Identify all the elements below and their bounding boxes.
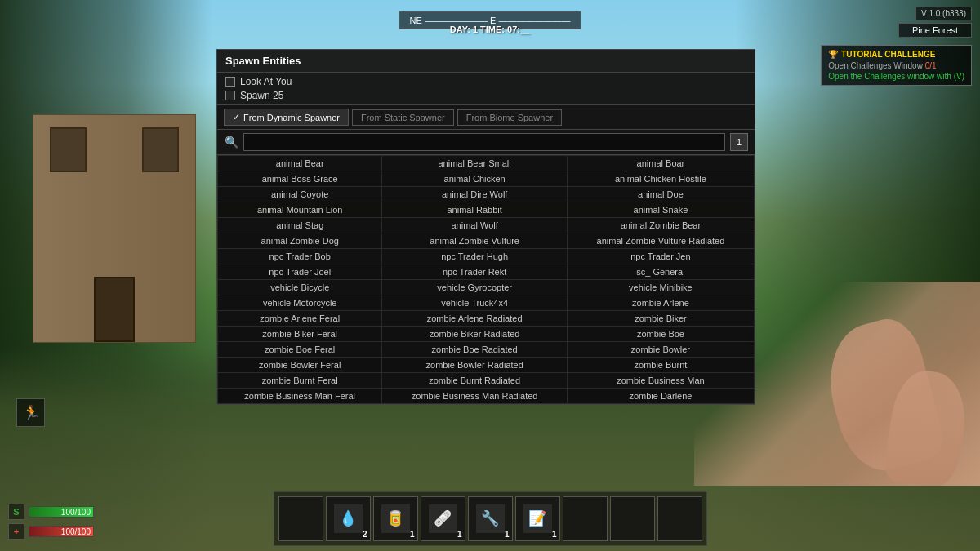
entity-cell[interactable]: animal Snake [567,202,754,218]
trophy-icon: 🏆 [828,50,838,59]
btn-dynamic-spawner[interactable]: ✓ From Dynamic Spawner [224,109,349,126]
option-look-at-you[interactable]: Look At You [225,76,746,87]
hotbar-slot[interactable]: 🔧1 [468,496,513,541]
entity-cell[interactable]: animal Dire Wolf [382,187,567,202]
entity-cell[interactable]: animal Mountain Lion [218,202,382,218]
table-row: zombie Bowler Feralzombie Bowler Radiate… [218,358,755,373]
table-row: zombie Arlene Feralzombie Arlene Radiate… [218,311,755,327]
hotbar-slot[interactable]: 💧2 [326,496,371,541]
entity-cell[interactable]: animal Chicken Hostile [567,171,754,187]
entity-cell[interactable]: zombie Arlene Feral [218,311,382,327]
status-bars: 🏃 S 100/100 + 100/100 [8,470,94,543]
table-row: animal Zombie Doganimal Zombie Vulturean… [218,233,755,249]
entity-cell[interactable]: animal Chicken [382,171,567,187]
version-badge: V 1.0 (b333) [915,7,972,20]
hotbar-slot[interactable]: 🥫1 [373,496,418,541]
entity-cell[interactable]: zombie Bowler [567,342,754,358]
entity-cell[interactable]: zombie Arlene Radiated [382,311,567,327]
entity-cell[interactable]: animal Coyote [218,187,382,202]
item-icon: 🩹 [429,504,457,533]
entity-cell[interactable]: npc Trader Joel [218,264,382,280]
entity-cell[interactable]: zombie Arlene [567,295,754,311]
checkbox-look-at-you[interactable] [225,77,235,87]
item-count: 2 [363,530,368,539]
entity-cell[interactable]: zombie Business Man [567,373,754,389]
entity-cell[interactable]: zombie Bowler Radiated [382,358,567,373]
house [33,114,196,343]
hotbar-slot[interactable]: 🩹1 [421,496,466,541]
entity-cell[interactable]: animal Bear [218,156,382,171]
table-row: zombie Biker Feralzombie Biker Radiatedz… [218,327,755,342]
entity-cell[interactable]: vehicle Motorcycle [218,295,382,311]
stamina-value: 100/100 [61,507,91,518]
spawn-panel-header: Spawn Entities [217,50,755,73]
search-icon: 🔍 [224,135,238,149]
option-spawn-25[interactable]: Spawn 25 [225,90,746,101]
entity-table: animal Bearanimal Bear Smallanimal Boara… [217,155,755,404]
entity-cell[interactable]: npc Trader Rekt [382,264,567,280]
entity-cell[interactable]: vehicle Gyrocopter [382,280,567,295]
table-row: vehicle Motorcyclevehicle Truck4x4zombie… [218,295,755,311]
health-bar-row: + 100/100 [8,523,94,540]
entity-cell[interactable]: zombie Biker Radiated [382,327,567,342]
entity-cell[interactable]: zombie Boe Feral [218,342,382,358]
tutorial-title: 🏆 TUTORIAL CHALLENGE [828,50,964,59]
hotbar-slot[interactable]: 📝1 [515,496,560,541]
btn-biome-label: From Biome Spawner [466,113,553,122]
hotbar-slot[interactable] [278,496,323,541]
entity-cell[interactable]: animal Zombie Vulture Radiated [567,233,754,249]
entity-cell[interactable]: zombie Biker Feral [218,327,382,342]
player-silhouette-icon: 🏃 [22,404,40,422]
hud-top: NE ——————— E ———————— [0,0,980,41]
item-count: 1 [505,530,510,539]
entity-cell[interactable]: animal Bear Small [382,156,567,171]
hotbar-slot[interactable] [610,496,655,541]
entity-cell[interactable]: zombie Boe Radiated [382,342,567,358]
search-input[interactable] [243,133,725,151]
checkbox-spawn-25[interactable] [225,91,235,100]
entity-cell[interactable]: zombie Burnt [567,358,754,373]
hotbar-slot[interactable] [657,496,702,541]
entity-cell[interactable]: vehicle Truck4x4 [382,295,567,311]
entity-cell[interactable]: npc Trader Hugh [382,249,567,264]
entity-cell[interactable]: zombie Bowler Feral [218,358,382,373]
entity-cell[interactable]: zombie Business Man Feral [218,389,382,404]
entity-cell[interactable]: vehicle Minibike [567,280,754,295]
btn-biome-spawner[interactable]: From Biome Spawner [457,109,562,126]
table-row: vehicle Bicyclevehicle Gyrocoptervehicle… [218,280,755,295]
spawn-panel: Spawn Entities Look At You Spawn 25 ✓ Fr… [216,49,755,405]
entity-cell[interactable]: zombie Burnt Feral [218,373,382,389]
entity-cell[interactable]: zombie Boe [567,327,754,342]
entity-cell[interactable]: animal Rabbit [382,202,567,218]
entity-cell[interactable]: npc Trader Bob [218,249,382,264]
item-icon: 💧 [334,504,363,533]
entity-cell[interactable]: vehicle Bicycle [218,280,382,295]
hotbar-slot[interactable] [563,496,608,541]
entity-cell[interactable]: animal Zombie Dog [218,233,382,249]
hotbar: 💧2🥫1🩹1🔧1📝1 [274,491,707,546]
entity-list-container[interactable]: animal Bearanimal Bear Smallanimal Boara… [217,155,755,404]
table-row: npc Trader Joelnpc Trader Rektsc_ Genera… [218,264,755,280]
btn-dynamic-label: From Dynamic Spawner [243,113,340,122]
entity-cell[interactable]: zombie Biker [567,311,754,327]
entity-cell[interactable]: sc_ General [567,264,754,280]
entity-cell[interactable]: animal Boar [567,156,754,171]
table-row: zombie Business Man Feralzombie Business… [218,389,755,404]
hud-bottom: 💧2🥫1🩹1🔧1📝1 [0,486,980,551]
entity-cell[interactable]: npc Trader Jen [567,249,754,264]
stamina-bar: 100/100 [29,506,94,518]
entity-cell[interactable]: zombie Business Man Radiated [382,389,567,404]
entity-cell[interactable]: animal Stag [218,218,382,233]
entity-cell[interactable]: animal Zombie Vulture [382,233,567,249]
health-bar: 100/100 [29,526,94,537]
entity-cell[interactable]: animal Zombie Bear [567,218,754,233]
btn-static-spawner[interactable]: From Static Spawner [352,109,454,126]
entity-cell[interactable]: animal Boss Grace [218,171,382,187]
entity-cell[interactable]: zombie Burnt Radiated [382,373,567,389]
table-row: animal Staganimal Wolfanimal Zombie Bear [218,218,755,233]
tutorial-item-2: Open the Challenges window with (V) [828,72,964,81]
entity-cell[interactable]: zombie Darlene [567,389,754,404]
entity-cell[interactable]: animal Wolf [382,218,567,233]
entity-cell[interactable]: animal Doe [567,187,754,202]
stamina-icon: S [8,504,24,520]
